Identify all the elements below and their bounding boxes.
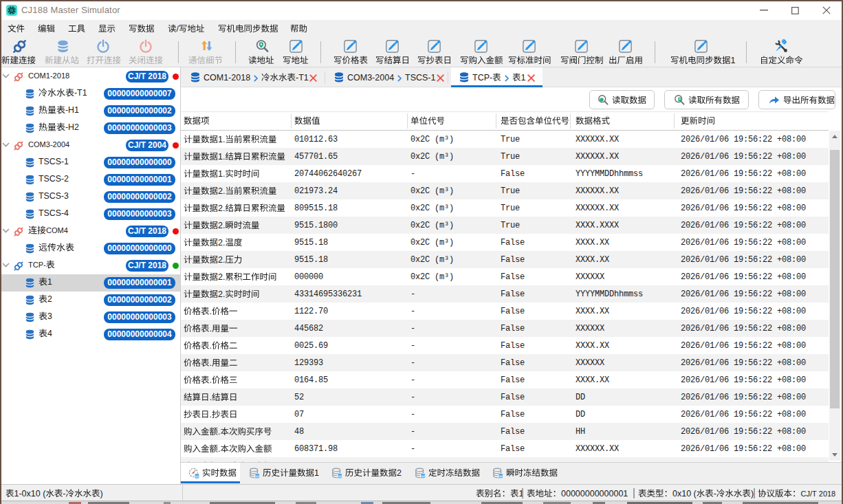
svg-text:2.: 2. bbox=[218, 289, 225, 299]
svg-text:COM1-2018: COM1-2018 bbox=[204, 73, 250, 83]
svg-text:TSCS-2: TSCS-2 bbox=[39, 174, 69, 184]
svg-text:COM4: COM4 bbox=[46, 226, 68, 234]
svg-text:1-0x10: 1-0x10 bbox=[14, 489, 41, 498]
svg-text:1.: 1. bbox=[218, 135, 225, 144]
svg-text:.: . bbox=[210, 341, 212, 351]
svg-text:.: . bbox=[210, 393, 212, 402]
svg-text:TSCS-1: TSCS-1 bbox=[405, 73, 436, 83]
svg-text:.: . bbox=[210, 307, 212, 316]
svg-text:.: . bbox=[210, 358, 212, 368]
svg-text:.: . bbox=[210, 375, 212, 385]
svg-text:1.: 1. bbox=[218, 152, 225, 162]
svg-text:1: 1 bbox=[731, 56, 736, 65]
svg-text:CJ/T: CJ/T bbox=[801, 490, 818, 498]
svg-text:-T1: -T1 bbox=[296, 73, 309, 83]
svg-text:COM3-2004: COM3-2004 bbox=[28, 140, 69, 149]
svg-text:(: ( bbox=[43, 489, 46, 498]
svg-text:2.: 2. bbox=[218, 186, 225, 196]
svg-text:.: . bbox=[210, 410, 212, 419]
svg-text:2.: 2. bbox=[218, 238, 225, 248]
svg-text:-H1: -H1 bbox=[65, 105, 79, 115]
svg-text:4: 4 bbox=[47, 329, 52, 338]
svg-text:0x10: 0x10 bbox=[672, 489, 691, 498]
svg-text:1: 1 bbox=[314, 468, 319, 478]
svg-text:2.: 2. bbox=[218, 204, 225, 213]
svg-text:1: 1 bbox=[521, 73, 525, 83]
svg-text:2.: 2. bbox=[218, 221, 225, 230]
svg-text:TSCS-1: TSCS-1 bbox=[39, 157, 69, 166]
svg-text:TCP-: TCP- bbox=[28, 261, 46, 269]
svg-text:TSCS-4: TSCS-4 bbox=[39, 208, 69, 218]
svg-text:.: . bbox=[218, 427, 220, 437]
svg-text:TSCS-3: TSCS-3 bbox=[39, 191, 69, 201]
svg-text:2.: 2. bbox=[218, 272, 225, 282]
svg-text:COM1-2018: COM1-2018 bbox=[28, 72, 69, 80]
svg-text:2.: 2. bbox=[218, 255, 225, 265]
svg-text:2018: 2018 bbox=[819, 490, 835, 498]
svg-text:-: - bbox=[714, 489, 716, 498]
svg-text:.: . bbox=[218, 444, 220, 454]
svg-text:2: 2 bbox=[397, 468, 402, 478]
svg-text:): ) bbox=[100, 489, 103, 498]
svg-text:1.: 1. bbox=[218, 169, 225, 179]
svg-text:TCP-: TCP- bbox=[472, 73, 492, 83]
svg-text:1: 1 bbox=[47, 277, 52, 287]
svg-text:3: 3 bbox=[47, 311, 52, 321]
svg-text:00000000000001: 00000000000001 bbox=[561, 489, 628, 498]
svg-text:/: / bbox=[177, 24, 179, 34]
svg-text:-: - bbox=[63, 489, 65, 498]
svg-text:(: ( bbox=[694, 489, 697, 498]
svg-text:2: 2 bbox=[47, 294, 52, 304]
svg-text:-T1: -T1 bbox=[74, 88, 87, 98]
svg-text:.: . bbox=[210, 324, 212, 333]
svg-text:COM3-2004: COM3-2004 bbox=[347, 73, 394, 83]
svg-text:-H2: -H2 bbox=[65, 122, 79, 132]
